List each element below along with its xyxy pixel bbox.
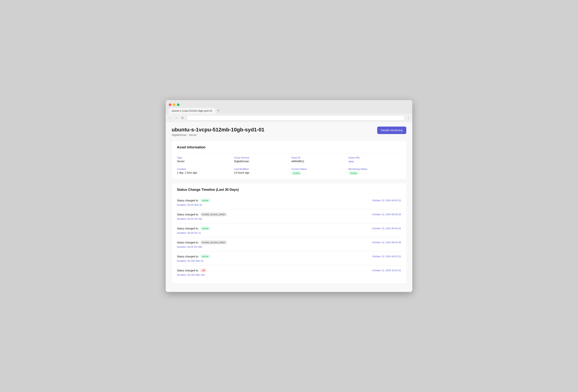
monitoring-status-label: Monitoring Status	[348, 168, 401, 171]
traffic-light-yellow[interactable]	[173, 103, 175, 106]
timeline-duration: Duration: 0d 15h 59m 52s	[177, 273, 401, 276]
page-title: ubuntu-s-1vcpu-512mb-10gb-syd1-01	[172, 127, 264, 133]
divider-1	[177, 153, 401, 153]
current-status-label: Current Status	[291, 168, 344, 171]
tab-bar: ubuntu-s-1vcpu-512mb-10gb-syd1-01 +	[169, 108, 409, 114]
timeline-row: Status changed to: off October 12, 2024 …	[177, 268, 401, 272]
timeline-status: Status changed to: invalid_access_token	[177, 240, 227, 244]
timeline-date: October 13, 2024 06:45:31	[372, 199, 401, 202]
browser-window: ubuntu-s-1vcpu-512mb-10gb-syd1-01 + ← → …	[166, 100, 412, 292]
traffic-light-green[interactable]	[177, 103, 180, 106]
info-created: Created 1 day, 1 hour ago	[177, 168, 230, 175]
timeline-date: October 13, 2024 06:03:31	[372, 255, 401, 258]
cloud-label: Cloud Service	[234, 156, 287, 159]
timeline-duration: Duration: 0d 0h 0m 53s	[177, 218, 401, 220]
current-status-badge: Active	[291, 171, 301, 175]
info-asset-url: Asset URL view	[348, 156, 401, 163]
status-badge: off	[200, 268, 207, 272]
info-last-modified: Last Modified 13 hours ago	[234, 168, 287, 175]
timeline-item: Status changed to: active October 13, 20…	[177, 195, 401, 210]
timeline-row: Status changed to: invalid_access_token …	[177, 213, 401, 216]
status-badge: active	[200, 226, 210, 230]
timeline-row: Status changed to: active October 13, 20…	[177, 255, 401, 258]
page-content: ubuntu-s-1vcpu-512mb-10gb-syd1-01 Digita…	[166, 122, 412, 292]
cloud-value: DigitalOcean	[234, 160, 287, 163]
timeline-row: Status changed to: active October 13, 20…	[177, 198, 401, 202]
info-monitoring-status: Monitoring Status Active	[348, 168, 401, 175]
page-subtitle: DigitalOcean - Server	[172, 133, 264, 136]
timeline-duration: Duration: 0d 0h 0m 1s	[177, 231, 401, 234]
last-modified-label: Last Modified	[234, 168, 287, 171]
timeline-duration: Duration: 0d 0h 0m 58s	[177, 246, 401, 248]
status-badge: invalid_access_token	[200, 240, 227, 244]
created-value: 1 day, 1 hour ago	[177, 171, 230, 174]
status-prefix: Status changed to:	[177, 199, 199, 202]
timeline-duration: Duration: 0d 10h 29m 0s	[177, 260, 401, 262]
type-label: Type	[177, 156, 230, 159]
status-badge: invalid_access_token	[200, 213, 227, 216]
info-asset-id: Asset ID 448548811	[291, 156, 344, 163]
info-cloud: Cloud Service DigitalOcean	[234, 156, 287, 163]
timeline-list: Status changed to: active October 13, 20…	[177, 195, 401, 279]
browser-menu-button[interactable]: ⋮	[407, 116, 410, 120]
timeline-date: October 13, 2024 06:04:30	[372, 241, 401, 244]
tab-add-button[interactable]: +	[216, 108, 221, 113]
timeline-item: Status changed to: active October 13, 20…	[177, 252, 401, 265]
asset-id-value: 448548811	[291, 160, 344, 163]
type-value: Server	[177, 160, 230, 163]
timeline-row: Status changed to: invalid_access_token …	[177, 240, 401, 244]
timeline-card: Status Change Timeline (Last 30 Days) St…	[172, 183, 406, 284]
timeline-status: Status changed to: active	[177, 226, 210, 230]
traffic-light-red[interactable]	[169, 103, 171, 106]
last-modified-value: 13 hours ago	[234, 171, 287, 174]
status-prefix: Status changed to:	[177, 227, 199, 230]
browser-chrome: ubuntu-s-1vcpu-512mb-10gb-syd1-01 +	[166, 100, 412, 114]
monitoring-status-badge: Active	[348, 171, 359, 175]
address-bar-row: ← → ↻ ⋮	[166, 114, 412, 122]
asset-id-label: Asset ID	[291, 156, 344, 159]
status-badge: active	[200, 255, 210, 258]
timeline-duration: Duration: 0d 0h 40m 6s	[177, 204, 401, 206]
traffic-lights	[169, 102, 409, 108]
reload-button[interactable]: ↻	[181, 116, 185, 120]
created-label: Created	[177, 168, 230, 171]
asset-info-title: Asset Information	[177, 145, 401, 149]
asset-url-link[interactable]: view	[348, 160, 354, 163]
timeline-date: October 12, 2024 19:34:31	[372, 269, 401, 272]
asset-info-grid: Type Server Cloud Service DigitalOcean A…	[177, 156, 401, 175]
asset-url-label: Asset URL	[348, 156, 401, 159]
page-header: ubuntu-s-1vcpu-512mb-10gb-syd1-01 Digita…	[172, 127, 406, 137]
title-block: ubuntu-s-1vcpu-512mb-10gb-syd1-01 Digita…	[172, 127, 264, 137]
address-bar[interactable]	[187, 115, 405, 121]
browser-tab[interactable]: ubuntu-s-1vcpu-512mb-10gb-syd1-01	[169, 108, 215, 114]
timeline-status: Status changed to: invalid_access_token	[177, 213, 227, 216]
timeline-row: Status changed to: active October 13, 20…	[177, 226, 401, 230]
timeline-date: October 13, 2024 06:05:25	[372, 213, 401, 216]
info-type: Type Server	[177, 156, 230, 163]
timeline-date: October 13, 2024 06:04:31	[372, 227, 401, 230]
tab-label: ubuntu-s-1vcpu-512mb-10gb-syd1-01	[172, 109, 212, 112]
status-badge: active	[200, 198, 210, 202]
asset-info-card: Asset Information Type Server Cloud Serv…	[172, 141, 406, 179]
status-prefix: Status changed to:	[177, 269, 199, 272]
timeline-status: Status changed to: active	[177, 198, 210, 202]
status-prefix: Status changed to:	[177, 241, 199, 244]
timeline-status: Status changed to: active	[177, 255, 210, 258]
timeline-item: Status changed to: invalid_access_token …	[177, 237, 401, 252]
timeline-title: Status Change Timeline (Last 30 Days)	[177, 188, 401, 192]
timeline-item: Status changed to: active October 13, 20…	[177, 223, 401, 237]
status-prefix: Status changed to:	[177, 255, 199, 258]
timeline-item: Status changed to: invalid_access_token …	[177, 210, 401, 223]
disable-monitoring-button[interactable]: Disable Monitoring	[377, 127, 406, 134]
status-prefix: Status changed to:	[177, 213, 199, 216]
timeline-item: Status changed to: off October 12, 2024 …	[177, 265, 401, 279]
forward-button[interactable]: →	[174, 116, 179, 120]
info-current-status: Current Status Active	[291, 168, 344, 175]
back-button[interactable]: ←	[168, 116, 172, 120]
timeline-status: Status changed to: off	[177, 268, 207, 272]
